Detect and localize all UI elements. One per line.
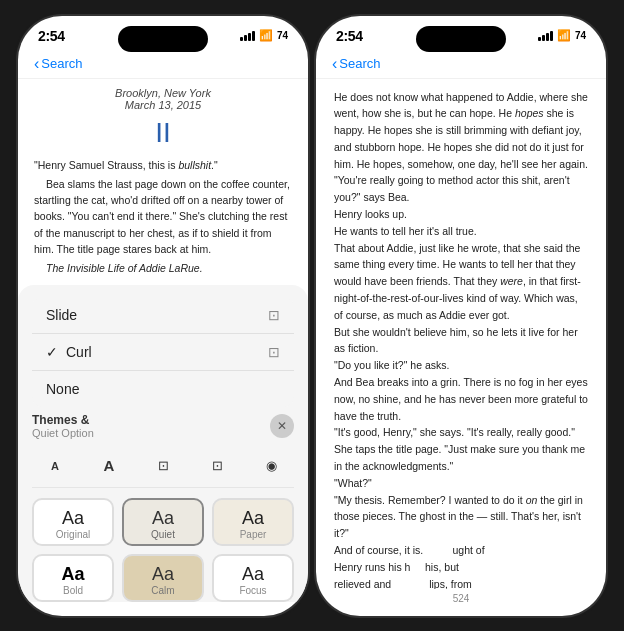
right-phone: 2:54 📶 74 ‹ Search [316, 16, 606, 616]
theme-calm-aa: Aa [152, 564, 174, 585]
theme-focus-label: Focus [239, 585, 266, 596]
theme-quiet[interactable]: Aa Quiet [122, 498, 204, 546]
book-text: "Henry Samuel Strauss, this is bullshit.… [34, 157, 292, 279]
toolbar-row: A A ⊡ ⊡ ◉ [32, 445, 294, 488]
right-para-1: He does not know what happened to Addie,… [334, 89, 588, 173]
font-smaller-button[interactable]: A [40, 451, 70, 481]
left-phone: 2:54 📶 74 ‹ Search [18, 16, 308, 616]
close-button[interactable]: ✕ [270, 414, 294, 438]
right-battery-icon: 74 [575, 30, 586, 41]
slide-icon: ⊡ [268, 307, 280, 323]
theme-focus-aa: Aa [242, 564, 264, 585]
curl-label: Curl [66, 344, 92, 360]
bookmark-button[interactable]: ⊡ [148, 451, 178, 481]
font-larger-button[interactable]: A [94, 451, 124, 481]
right-para-7: "Do you like it?" he asks. [334, 357, 588, 374]
theme-original[interactable]: Aa Original [32, 498, 114, 546]
left-book-content: Brooklyn, New YorkMarch 13, 2015 II "Hen… [18, 79, 308, 279]
theme-original-aa: Aa [62, 508, 84, 529]
chapter-number: II [34, 117, 292, 149]
right-para-10: "What?" [334, 475, 588, 492]
theme-bold-label: Bold [63, 585, 83, 596]
book-location: Brooklyn, New YorkMarch 13, 2015 [34, 87, 292, 111]
left-back-button[interactable]: ‹ Search [34, 56, 83, 72]
panel-overlay: Slide ⊡ ✓ Curl ⊡ None [18, 285, 308, 616]
theme-quiet-aa: Aa [152, 508, 174, 529]
left-status-icons: 📶 74 [240, 29, 288, 42]
slide-label: Slide [46, 307, 77, 323]
slide-row[interactable]: Slide ⊡ [32, 297, 294, 333]
none-label: None [46, 381, 79, 397]
right-back-button[interactable]: ‹ Search [332, 56, 381, 72]
right-status-bar: 2:54 📶 74 [316, 16, 606, 52]
none-row[interactable]: None [32, 370, 294, 407]
right-signal-icon [538, 31, 553, 41]
themes-grid: Aa Original Aa Quiet Aa Paper Aa Bold [32, 498, 294, 602]
left-nav-bar: ‹ Search [18, 52, 308, 79]
theme-bold-aa: Aa [61, 564, 84, 585]
curl-icon: ⊡ [268, 344, 280, 360]
right-para-13: Henry runs his h his, but [334, 559, 588, 576]
right-para-11: "My thesis. Remember? I wanted to do it … [334, 492, 588, 542]
theme-focus[interactable]: Aa Focus [212, 554, 294, 602]
right-para-12: And of course, it is. ught of [334, 542, 588, 559]
phones-container: 2:54 📶 74 ‹ Search [18, 16, 606, 616]
right-para-14: relieved and lips, from [334, 576, 588, 589]
right-time: 2:54 [336, 28, 363, 44]
battery-icon: 74 [277, 30, 288, 41]
signal-icon [240, 31, 255, 41]
right-para-6: But she wouldn't believe him, so he lets… [334, 324, 588, 358]
para-1: "Henry Samuel Strauss, this is bullshit.… [34, 157, 292, 173]
para-2: Bea slams the last page down on the coff… [34, 176, 292, 257]
right-wifi-icon: 📶 [557, 29, 571, 42]
display-options-button[interactable]: ◉ [256, 451, 286, 481]
theme-bold[interactable]: Aa Bold [32, 554, 114, 602]
right-para-9: "It's good, Henry," she says. "It's real… [334, 424, 588, 474]
theme-calm[interactable]: Aa Calm [122, 554, 204, 602]
right-nav-bar: ‹ Search [316, 52, 606, 79]
curl-row[interactable]: ✓ Curl ⊡ [32, 333, 294, 370]
back-chevron-icon: ‹ [34, 56, 39, 72]
theme-paper-label: Paper [240, 529, 267, 540]
para-3: The Invisible Life of Addie LaRue. [34, 260, 292, 276]
page-number: 524 [316, 593, 606, 604]
theme-paper-aa: Aa [242, 508, 264, 529]
theme-paper[interactable]: Aa Paper [212, 498, 294, 546]
quiet-option-label: Quiet Option [32, 427, 94, 439]
right-para-2: "You're really going to method actor thi… [334, 172, 588, 206]
theme-quiet-label: Quiet [151, 529, 175, 540]
right-para-8: And Bea breaks into a grin. There is no … [334, 374, 588, 424]
right-status-icons: 📶 74 [538, 29, 586, 42]
wifi-icon: 📶 [259, 29, 273, 42]
right-back-chevron-icon: ‹ [332, 56, 337, 72]
right-para-5: That about Addie, just like he wrote, th… [334, 240, 588, 324]
left-status-bar: 2:54 📶 74 [18, 16, 308, 52]
themes-section-header: Themes & Quiet Option [32, 413, 94, 439]
right-para-3: Henry looks up. [334, 206, 588, 223]
left-time: 2:54 [38, 28, 65, 44]
transition-section: Slide ⊡ ✓ Curl ⊡ None [32, 297, 294, 407]
page-layout-button[interactable]: ⊡ [202, 451, 232, 481]
themes-label: Themes & [32, 413, 94, 427]
right-book-content: He does not know what happened to Addie,… [316, 79, 606, 589]
theme-original-label: Original [56, 529, 90, 540]
theme-calm-label: Calm [151, 585, 174, 596]
right-para-4: He wants to tell her it's all true. [334, 223, 588, 240]
